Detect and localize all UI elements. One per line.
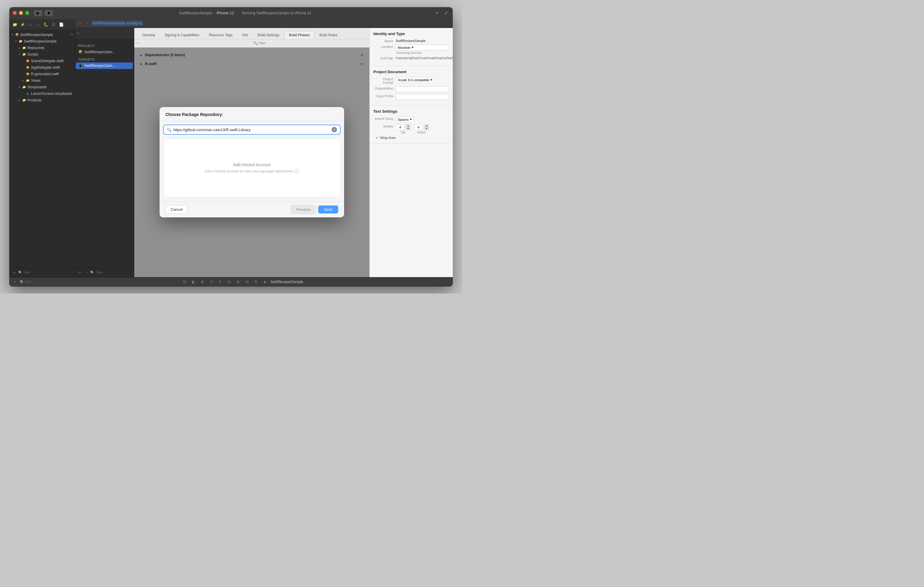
- titlebar-center: SwiftRecipesSample › iPhone 12 | Running…: [56, 11, 434, 15]
- info-icon[interactable]: i: [294, 169, 299, 174]
- class-prefix-input[interactable]: [396, 94, 449, 100]
- device-name: iPhone 12: [217, 11, 234, 15]
- breadcrumb-forward-button[interactable]: ›: [84, 20, 90, 26]
- resources-icon: 📁: [22, 46, 26, 50]
- bottom-tool-7[interactable]: ⇅: [253, 279, 259, 285]
- add-account-text: Add a hosted account to view your packag…: [205, 169, 293, 173]
- tab-resource-tags[interactable]: Resource Tags: [204, 31, 237, 39]
- bottom-tool-3[interactable]: ⊞: [199, 279, 206, 285]
- bottom-filter-icon: 🔍: [20, 280, 24, 284]
- panel-project-item[interactable]: 📦 SwiftRecipesSam...: [75, 49, 134, 55]
- filter-label[interactable]: Filter: [259, 41, 266, 45]
- location-dropdown[interactable]: Absolute ▾: [396, 44, 449, 51]
- project-format-label: Project Format: [373, 77, 396, 84]
- wrap-lines-checkbox[interactable]: [376, 136, 378, 140]
- panel-filter-icon: 🔍: [90, 271, 94, 275]
- sidebar-item-views[interactable]: 📁 Views: [9, 77, 74, 84]
- project-panel: + PROJECT 📦 SwiftRecipesSam... TARGETS 📱…: [75, 28, 134, 277]
- panel-add-button[interactable]: +: [77, 270, 82, 275]
- fullscreen-button[interactable]: ⤢: [443, 10, 449, 16]
- add-button[interactable]: +: [434, 10, 440, 16]
- tab-signing[interactable]: Signing & Capabilities: [160, 31, 204, 39]
- search-clear-button[interactable]: ✕: [332, 127, 337, 132]
- modal-footer-right: Previous Next: [291, 205, 338, 214]
- sidebar-item-scripts[interactable]: 📁 Scripts: [9, 51, 74, 58]
- bottom-undo-button[interactable]: ↺: [208, 279, 214, 285]
- breadcrumb-separator: ›: [214, 11, 215, 15]
- tab-build-phases[interactable]: Build Phases: [285, 31, 314, 39]
- indent-using-arrow: ▾: [410, 117, 412, 121]
- indent-using-value: Spaces: [398, 118, 409, 121]
- bottom-tool-6[interactable]: ⊟: [244, 279, 250, 285]
- indent-decrement-button[interactable]: ▼: [424, 127, 429, 130]
- bottom-tool-1[interactable]: ⊟: [181, 279, 188, 285]
- project-item-icon: 📦: [78, 50, 82, 54]
- sidebar-item-app-delegate[interactable]: 🔶 AppDelegate.swift: [9, 64, 74, 71]
- sidebar-report-icon[interactable]: 📄: [58, 21, 64, 28]
- next-button[interactable]: Next: [318, 206, 338, 214]
- build-filter-icon: +: [137, 41, 139, 45]
- add-navigator-button[interactable]: +: [12, 279, 18, 285]
- project-document-section: Project Document Project Format Xcode 9.…: [370, 66, 453, 105]
- main-content: 📁 ⚡ ⚠ ◇ 🐛 ☰ 📄 📦 SwiftRecipesSample M: [9, 19, 453, 277]
- indent-increment-button[interactable]: ▲: [424, 124, 429, 127]
- sidebar-issues-icon[interactable]: ⚠: [27, 21, 34, 28]
- tab-build-settings[interactable]: Build Settings: [253, 31, 284, 39]
- sidebar-folder-icon[interactable]: 📁: [12, 21, 18, 28]
- project-name: SwiftRecipesSample: [179, 11, 212, 15]
- sidebar-item-root[interactable]: 📦 SwiftRecipesSample M: [9, 31, 74, 38]
- class-prefix-row: Class Prefix: [373, 94, 449, 100]
- minimize-button[interactable]: [19, 11, 23, 15]
- sidebar-item-storyboards[interactable]: 📁 Storyboards: [9, 84, 74, 90]
- add-file-button[interactable]: +: [12, 270, 17, 275]
- panel-target-item[interactable]: 📱 SwiftRecipesSam...: [76, 62, 133, 69]
- bottom-tool-2[interactable]: ◧: [190, 279, 197, 285]
- sidebar-storyboards-label: Storyboards: [27, 85, 47, 89]
- tab-decrement-button[interactable]: ▼: [406, 127, 411, 130]
- indent-value-input[interactable]: [414, 124, 423, 130]
- indent-using-label: Indent Using: [373, 117, 396, 120]
- previous-button[interactable]: Previous: [291, 205, 316, 214]
- panel-filter-text: Filter: [96, 271, 103, 274]
- inspector-location-row: Location Absolute ▾ Containing directory: [373, 44, 449, 54]
- organization-row: Organization: [373, 86, 449, 92]
- sidebar-tests-icon[interactable]: ◇: [35, 21, 41, 28]
- xcode-window: ▶ ■ SwiftRecipesSample › iPhone 12 | Run…: [9, 7, 453, 287]
- tab-build-rules[interactable]: Build Rules: [315, 31, 342, 39]
- sidebar-source-icon[interactable]: ⚡: [19, 21, 26, 28]
- tab-general[interactable]: General: [138, 31, 160, 39]
- panel-target-label: SwiftRecipesSam...: [84, 64, 115, 68]
- tab-stepper: ▲ ▼: [396, 124, 411, 130]
- sidebar-breakpoints-icon[interactable]: ☰: [50, 21, 57, 28]
- panel-add-btn[interactable]: +: [77, 31, 79, 35]
- sidebar-item-main-group[interactable]: 📁 SwiftRecipesSample: [9, 38, 74, 44]
- breadcrumb-file[interactable]: SwiftRecipesSample.xcodeproj: [91, 21, 143, 26]
- bottom-tool-8[interactable]: ◈: [262, 279, 268, 285]
- indent-using-dropdown[interactable]: Spaces ▾: [396, 117, 414, 123]
- stop-button[interactable]: ■: [45, 10, 53, 16]
- project-format-dropdown[interactable]: Xcode 9.3-compatible ▾: [396, 77, 434, 83]
- sidebar-item-products[interactable]: 📁 Products: [9, 97, 74, 104]
- maximize-button[interactable]: [25, 11, 29, 15]
- close-button[interactable]: [13, 11, 16, 15]
- titlebar: ▶ ■ SwiftRecipesSample › iPhone 12 | Run…: [9, 7, 453, 19]
- panel-toolbar: +: [75, 28, 134, 39]
- sidebar-item-launchscreen[interactable]: 🗂 LaunchScreen.storyboard: [9, 90, 74, 97]
- tab-increment-button[interactable]: ▲: [406, 124, 411, 127]
- package-url-input[interactable]: [173, 128, 330, 132]
- tab-info[interactable]: Info: [238, 31, 252, 39]
- cancel-button[interactable]: Cancel: [165, 205, 188, 214]
- panel-remove-button[interactable]: −: [84, 270, 89, 275]
- bottom-tool-5[interactable]: ⊞: [235, 279, 241, 285]
- bottom-tool-4[interactable]: ⊟: [226, 279, 233, 285]
- sidebar-debug-icon[interactable]: 🐛: [43, 21, 49, 28]
- sidebar-item-r-generated[interactable]: 🔶 R.generated.swift: [9, 71, 74, 77]
- sidebar-item-scene-delegate[interactable]: 🔶 SceneDelegate.swift: [9, 58, 74, 64]
- run-button[interactable]: ▶: [34, 10, 42, 16]
- breadcrumb-back-button[interactable]: ‹: [77, 20, 83, 26]
- organization-input[interactable]: [396, 86, 449, 92]
- bottom-redo-button[interactable]: ↻: [217, 279, 224, 285]
- location-value: Absolute: [398, 46, 411, 49]
- tab-value-input[interactable]: [396, 124, 404, 130]
- sidebar-item-resources[interactable]: 📁 Resources: [9, 44, 74, 51]
